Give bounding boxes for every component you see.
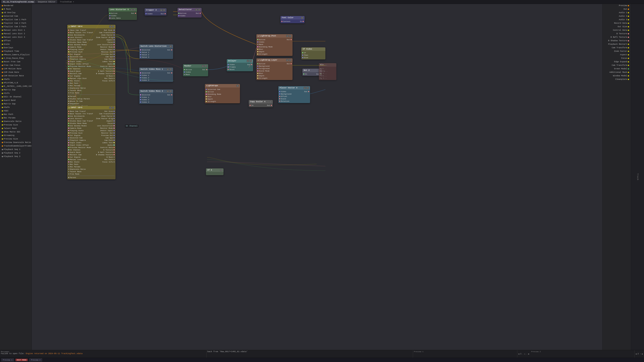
node-input-5-close[interactable]: ✕: [109, 107, 111, 109]
node-input-5[interactable]: ⊙ INPUT %N=5 ✕ □ Base Cam Transf Out Siz…: [67, 106, 116, 179]
right-panel-item[interactable]: Record Data: [602, 22, 631, 25]
node-if-5[interactable]: If 5 □: [206, 168, 224, 175]
node-switch-lens-close[interactable]: ✕: [170, 45, 172, 47]
left-panel-item[interactable]: Rendered: [0, 4, 32, 8]
right-panel-item[interactable]: Audio 1: [602, 11, 631, 15]
left-panel-item[interactable]: Guard Band: [0, 99, 32, 102]
node-masker-close[interactable]: ✕: [202, 65, 204, 67]
left-panel-item[interactable]: Playback Time: [0, 50, 32, 53]
preview2-label[interactable]: Preview 2: [531, 350, 634, 352]
left-panel-item[interactable]: #Info: [0, 92, 32, 95]
left-panel-item[interactable]: Reset Free Cam: [0, 60, 32, 64]
node-detwitter-close[interactable]: ✕: [195, 9, 198, 11]
preview1-label[interactable]: Preview 1: [414, 350, 516, 352]
left-panel-item[interactable]: Selected Cam: [0, 15, 32, 18]
right-panel-item[interactable]: Cam Transform: [602, 64, 631, 67]
right-panel-item[interactable]: Audio 3: [602, 18, 631, 22]
right-panel-item[interactable]: Out Size: [602, 25, 631, 29]
node-detwitter[interactable]: Detwitterer ✕ □ Active Out Video: [178, 8, 202, 18]
page-next[interactable]: ▶: [528, 353, 530, 355]
left-panel-item[interactable]: #PLAYING,A,B: [0, 81, 32, 85]
tracked-cam-label[interactable]: TrackedCam ▾: [60, 1, 74, 3]
left-panel-item[interactable]: Playlist Cam 1 Path: [0, 18, 32, 22]
node-switch-video-2[interactable]: Switch Video Mini 2 ✕ □ Selected Out Vid…: [139, 90, 173, 104]
left-panel-item[interactable]: Matrix Gap: [0, 88, 32, 92]
preview2-section[interactable]: Preview 2: [530, 350, 634, 357]
node-placer-vector[interactable]: Placer Vector 4 ✕ □ Video Out Background: [278, 86, 310, 103]
left-panel-item[interactable]: Show Matte SDI: [0, 130, 32, 134]
right-panel-item[interactable]: Preview: [602, 4, 631, 8]
left-panel-item[interactable]: M_,MATRIX_,CAM1,CAM2,CAM3: [0, 85, 32, 88]
node-lightwrap-post[interactable]: ⊙ LightWrap_Post ✕ □ Active Out Video: [256, 34, 292, 56]
left-panel-item[interactable]: Playback Seq 3: [0, 155, 32, 158]
right-panel-item[interactable]: Cam Transform: [602, 46, 631, 50]
right-panel-item[interactable]: Focus: [602, 57, 631, 60]
node-blen[interactable]: Ble... Acti... Backg... Bg C... Fore...: [319, 63, 336, 80]
left-panel-item[interactable]: B Mask: [0, 8, 32, 11]
right-panel-item[interactable]: Window Model: [602, 74, 631, 78]
tab-tracking-test[interactable]: 8i_11_TrackingTest02.xcomp: [1, 1, 36, 3]
node-switch-video-2-close[interactable]: ✕: [167, 90, 169, 92]
right-panel-item[interactable]: Green Model: [602, 67, 631, 71]
right-panel-item[interactable]: B Shadow Texture: [602, 39, 631, 43]
left-panel-item[interactable]: Manual Lens Dist 2: [0, 32, 32, 36]
node-input-4[interactable]: ⊙ INPUT %N=4 ✕ □ Base Cam Transf Out Siz…: [67, 25, 116, 108]
right-panel-item[interactable]: B Refl Texture: [602, 36, 631, 39]
right-panel-item[interactable]: Cleanplate: [602, 78, 631, 81]
left-panel-item[interactable]: Rec Params: [0, 116, 32, 120]
left-panel-item[interactable]: #Safe: [0, 78, 32, 81]
left-panel-item[interactable]: CAM Motion Rate: [0, 67, 32, 71]
left-panel-item[interactable]: AR Overlay: [0, 11, 32, 15]
node-delayer-close[interactable]: ✕: [247, 60, 249, 62]
left-panel-item[interactable]: Talent Mask: [0, 127, 32, 130]
right-panel-item[interactable]: Playback Restart: [602, 43, 631, 46]
node-input-5-expand[interactable]: □: [112, 107, 114, 109]
node-lightwrap-layer-close[interactable]: ✕: [286, 59, 288, 61]
preview1-section[interactable]: Preview 1: [413, 350, 517, 357]
right-panel-item[interactable]: Aspect: [602, 53, 631, 57]
left-panel-item[interactable]: #SDI: [0, 109, 32, 113]
left-panel-item[interactable]: #Mouse_Camera_Playlist: [0, 53, 32, 57]
right-panel-item[interactable]: Zoom Factor: [602, 50, 631, 53]
node-switch-video-1[interactable]: Switch Video Mini 1 ✕ □ Selected Out Vid…: [139, 68, 173, 82]
node-switch-lens[interactable]: Switch Lens Distortion ✕ Selected Out Va…: [139, 45, 173, 59]
node-font-color[interactable]: Font Color ✕ Context In: [280, 16, 304, 23]
left-panel-item[interactable]: Offset: [0, 39, 32, 43]
right-panel-item[interactable]: Out: [602, 8, 631, 11]
node-copy-scalar[interactable]: Copy Scalar 4 ✕ In Out: [249, 100, 273, 107]
left-panel-item[interactable]: Preview Size: [0, 137, 32, 141]
node-masker[interactable]: Masker ✕ □ Active Out Video Mask: [183, 64, 208, 76]
page-prev[interactable]: ◀: [518, 353, 519, 355]
left-panel-item[interactable]: Overlays: [0, 46, 32, 50]
page-prev-2[interactable]: ◀: [636, 353, 636, 355]
left-panel-item[interactable]: CAM Zoom Rate: [0, 71, 32, 74]
node-switch-video-1-close[interactable]: ✕: [167, 68, 169, 70]
left-panel-item[interactable]: Playlist Cam 2 Path: [0, 22, 32, 25]
node-lightwrap-layer[interactable]: ⊙ LightWrap_Layer ✕ □ Active Out Backgro…: [256, 58, 292, 80]
node-canvas-area[interactable]: ⊙ INPUT %N=4 ✕ □ Base Cam Transf Out Siz…: [32, 4, 602, 350]
right-panel-item[interactable]: Edge Expand: [602, 60, 631, 64]
left-panel-item[interactable]: #_Stop_Pause_Play: [0, 57, 32, 60]
left-panel-item[interactable]: Scale: [0, 43, 32, 46]
left-panel-item[interactable]: Playback Seq 1: [0, 148, 32, 151]
node-delayer[interactable]: Delayer ✕ □ Video Out Frames Rese: [227, 59, 253, 71]
node-cropper[interactable]: Cropper 3 ✕ □ Video Out: [144, 8, 166, 16]
right-panel-item[interactable]: Additional Mask: [602, 71, 631, 74]
page-next-2[interactable]: ▶: [642, 353, 643, 355]
node-lens-distorter[interactable]: Lens Distorter 5 ✕ □ Active Out Video: [108, 8, 137, 20]
node-lens-distorter-close[interactable]: ✕: [130, 9, 133, 11]
statusbar-preview1[interactable]: Preview 1: [1, 358, 14, 361]
left-panel-item[interactable]: Edit On Channel: [0, 95, 32, 99]
node-cropper-close[interactable]: ✕: [160, 9, 162, 11]
node-copy-scalar-close[interactable]: ✕: [269, 101, 272, 103]
left-panel-item[interactable]: TrackedCameDelayerFrames: [0, 144, 32, 148]
left-panel-item[interactable]: Playback Seq 2: [0, 151, 32, 155]
left-panel-item[interactable]: Preview Size: [0, 123, 32, 127]
left-panel-item[interactable]: Streaming: [0, 134, 32, 137]
statusbar-preview2[interactable]: Preview 2: [29, 358, 42, 361]
left-panel-item[interactable]: Manual Lens Dist 1: [0, 29, 32, 32]
left-panel-item[interactable]: Manual Lens Dist 3: [0, 36, 32, 39]
left-panel-item[interactable]: CAM Rotation Rate: [0, 74, 32, 78]
node-input-4-expand[interactable]: □: [112, 26, 114, 28]
right-panel-item[interactable]: B Texture: [602, 32, 631, 36]
